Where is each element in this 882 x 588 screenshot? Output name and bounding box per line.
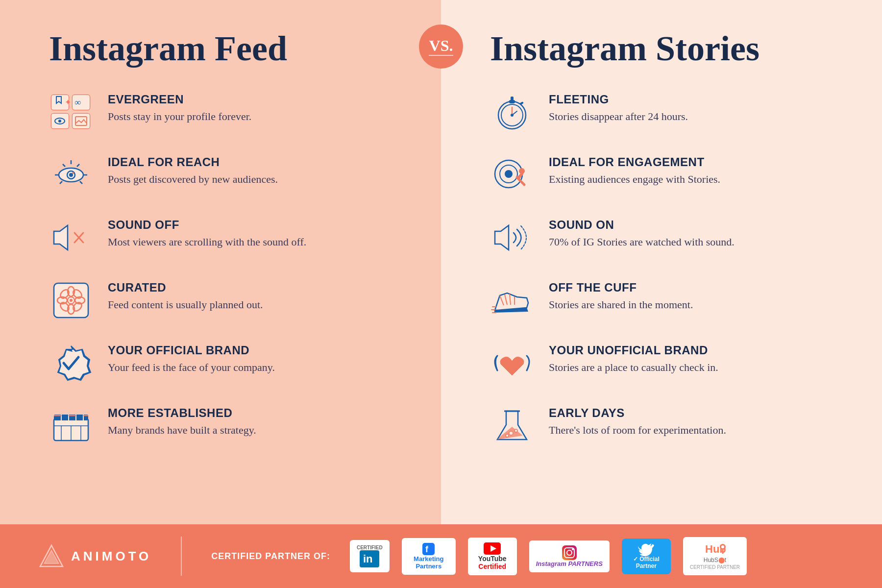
facebook-logo-icon: f bbox=[422, 543, 435, 555]
hubspot-label: HubS⬤tCERTIFIED PARTNER bbox=[690, 557, 740, 570]
svg-line-17 bbox=[63, 164, 65, 167]
feature-earlydays-title: EARLY DAYS bbox=[549, 406, 843, 420]
youtube-logo-icon bbox=[484, 542, 501, 555]
svg-marker-69 bbox=[495, 225, 509, 250]
facebook-partner: f MarketingPartners bbox=[402, 538, 456, 575]
feature-soundon-title: SOUND ON bbox=[549, 218, 843, 232]
footer-divider bbox=[181, 537, 182, 576]
early-days-icon bbox=[490, 406, 534, 445]
evergreen-icon: ✦ ∞ bbox=[49, 93, 93, 132]
reach-icon bbox=[49, 155, 93, 195]
feature-offcuff-text: OFF THE CUFF Stories are shared in the m… bbox=[549, 281, 843, 313]
feature-soundoff-desc: Most viewers are scrolling with the soun… bbox=[108, 235, 402, 250]
feature-reach-title: IDEAL FOR REACH bbox=[108, 155, 402, 169]
feature-fleeting: FLEETING Stories disappear after 24 hour… bbox=[490, 93, 843, 132]
svg-point-91 bbox=[721, 545, 724, 548]
instagram-label: Instagram PARTNERS bbox=[536, 560, 603, 567]
right-panel: Instagram Stories bbox=[441, 0, 882, 524]
feature-soundoff: SOUND OFF Most viewers are scrolling wit… bbox=[49, 218, 402, 257]
feature-offcuff: OFF THE CUFF Stories are shared in the m… bbox=[490, 281, 843, 320]
off-cuff-icon bbox=[490, 281, 534, 320]
svg-rect-58 bbox=[509, 100, 515, 103]
svg-point-62 bbox=[511, 114, 514, 117]
feature-engagement-text: IDEAL FOR ENGAGEMENT Existing audiences … bbox=[549, 155, 843, 187]
twitter-logo-icon bbox=[639, 543, 654, 556]
sound-on-icon bbox=[490, 218, 534, 257]
feature-officialbrand-desc: Your feed is the face of your company. bbox=[108, 360, 402, 375]
sound-off-icon bbox=[49, 218, 93, 257]
unofficial-brand-icon bbox=[490, 343, 534, 383]
hubspot-logo-icon: Hub bbox=[705, 542, 725, 557]
feature-earlydays: EARLY DAYS There's lots of room for expe… bbox=[490, 406, 843, 445]
curated-icon bbox=[49, 281, 93, 320]
feature-officialbrand-title: YOUR OFFICIAL BRAND bbox=[108, 343, 402, 357]
linkedin-certified-label: CERTIFIED bbox=[357, 545, 383, 550]
feature-unofficial-brand: YOUR UNOFFICIAL BRAND Stories are a plac… bbox=[490, 343, 843, 383]
left-title: Instagram Feed bbox=[49, 29, 402, 68]
footer: ANIMOTO CERTIFIED PARTNER OF: CERTIFIED … bbox=[0, 524, 882, 588]
hubspot-partner: Hub HubS⬤tCERTIFIED PARTNER bbox=[683, 537, 747, 575]
svg-line-19 bbox=[60, 181, 62, 184]
svg-rect-81 bbox=[422, 543, 435, 555]
right-title: Instagram Stories bbox=[490, 29, 843, 68]
feature-reach-text: IDEAL FOR REACH Posts get discovered by … bbox=[108, 155, 402, 187]
svg-point-67 bbox=[519, 168, 525, 174]
partner-logos: CERTIFIED in f MarketingPartners bbox=[350, 537, 843, 575]
feature-offcuff-title: OFF THE CUFF bbox=[549, 281, 843, 294]
feature-earlydays-desc: There's lots of room for experimentation… bbox=[549, 423, 843, 438]
facebook-label: MarketingPartners bbox=[414, 555, 443, 570]
svg-line-20 bbox=[80, 181, 82, 184]
feature-official-brand: YOUR OFFICIAL BRAND Your feed is the fac… bbox=[49, 343, 402, 383]
feature-evergreen: ✦ ∞ bbox=[49, 93, 402, 132]
official-brand-icon bbox=[49, 343, 93, 383]
feature-curated-text: CURATED Feed content is usually planned … bbox=[108, 281, 402, 313]
engagement-icon bbox=[490, 155, 534, 195]
svg-text:∞: ∞ bbox=[74, 98, 81, 107]
feature-evergreen-text: EVERGREEN Posts stay in your profile for… bbox=[108, 93, 402, 124]
content-area: Instagram Feed ✦ ∞ bbox=[0, 0, 882, 524]
main-container: Instagram Feed ✦ ∞ bbox=[0, 0, 882, 588]
svg-line-18 bbox=[77, 164, 79, 167]
vs-text: VS. bbox=[429, 38, 453, 53]
feature-curated-desc: Feed content is usually planned out. bbox=[108, 297, 402, 313]
svg-marker-78 bbox=[44, 550, 59, 564]
animoto-triangle-logo bbox=[39, 543, 64, 570]
feature-soundon-desc: 70% of IG Stories are watched with sound… bbox=[549, 235, 843, 250]
instagram-logo-icon bbox=[562, 545, 577, 560]
svg-rect-59 bbox=[511, 97, 514, 100]
feature-curated: CURATED Feed content is usually planned … bbox=[49, 281, 402, 320]
feature-unofficialbrand-text: YOUR UNOFFICIAL BRAND Stories are a plac… bbox=[549, 343, 843, 375]
feature-engagement-title: IDEAL FOR ENGAGEMENT bbox=[549, 155, 843, 169]
svg-point-39 bbox=[70, 299, 73, 302]
feature-offcuff-desc: Stories are shared in the moment. bbox=[549, 297, 843, 313]
svg-point-24 bbox=[72, 172, 74, 174]
twitter-partner: ✓ OfficialPartner bbox=[622, 539, 671, 574]
svg-text:✦: ✦ bbox=[65, 98, 71, 106]
feature-soundoff-text: SOUND OFF Most viewers are scrolling wit… bbox=[108, 218, 402, 250]
svg-point-76 bbox=[506, 434, 509, 437]
feature-established: MORE ESTABLISHED Many brands have built … bbox=[49, 406, 402, 445]
instagram-partner: Instagram PARTNERS bbox=[529, 540, 610, 572]
feature-unofficialbrand-desc: Stories are a place to casually check in… bbox=[549, 360, 843, 375]
youtube-partner: YouTubeCertified bbox=[468, 538, 517, 575]
animoto-logo: ANIMOTO bbox=[39, 543, 151, 570]
vs-divider bbox=[429, 55, 453, 56]
feature-officialbrand-text: YOUR OFFICIAL BRAND Your feed is the fac… bbox=[108, 343, 402, 375]
animoto-name: ANIMOTO bbox=[71, 549, 151, 564]
svg-point-88 bbox=[572, 548, 574, 550]
youtube-label: YouTubeCertified bbox=[478, 555, 507, 570]
svg-point-75 bbox=[514, 429, 517, 432]
feature-established-text: MORE ESTABLISHED Many brands have built … bbox=[108, 406, 402, 438]
feature-engagement-desc: Existing audiences engage with Stories. bbox=[549, 172, 843, 187]
feature-unofficialbrand-title: YOUR UNOFFICIAL BRAND bbox=[549, 343, 843, 357]
feature-fleeting-text: FLEETING Stories disappear after 24 hour… bbox=[549, 93, 843, 124]
feature-fleeting-title: FLEETING bbox=[549, 93, 843, 106]
feature-fleeting-desc: Stories disappear after 24 hours. bbox=[549, 109, 843, 124]
feature-reach-desc: Posts get discovered by new audiences. bbox=[108, 172, 402, 187]
feature-engagement: IDEAL FOR ENGAGEMENT Existing audiences … bbox=[490, 155, 843, 195]
feature-evergreen-desc: Posts stay in your profile forever. bbox=[108, 109, 402, 124]
feature-established-desc: Many brands have built a strategy. bbox=[108, 423, 402, 438]
feature-established-title: MORE ESTABLISHED bbox=[108, 406, 402, 420]
svg-point-74 bbox=[509, 431, 513, 435]
feature-soundon-text: SOUND ON 70% of IG Stories are watched w… bbox=[549, 218, 843, 250]
